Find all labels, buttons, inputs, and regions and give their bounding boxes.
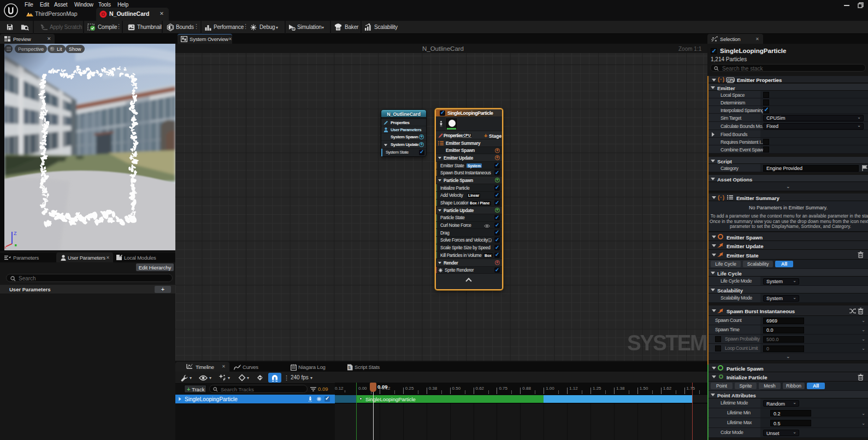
svg-text:S: S [293, 28, 294, 31]
svg-text:CPU: CPU [728, 78, 735, 82]
svg-text:S: S [348, 366, 351, 369]
svg-text:Z: Z [14, 231, 17, 236]
svg-text:x: x [4, 245, 7, 249]
